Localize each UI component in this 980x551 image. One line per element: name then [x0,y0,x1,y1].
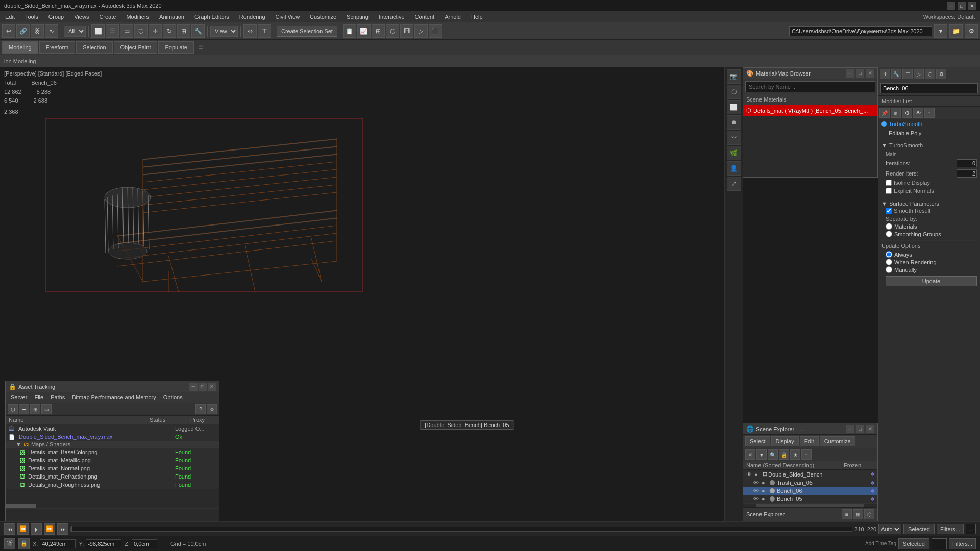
scene-explorer-minimize[interactable]: ─ [846,425,854,433]
tab-selection[interactable]: Selection [76,41,112,54]
create-selection-set-button[interactable]: Create Selection Set [277,26,337,37]
materials-radio[interactable] [886,223,892,230]
at-maps-header[interactable]: ▼ 🗂 Maps / Shaders [6,441,219,448]
at-menu-server[interactable]: Server [8,393,30,402]
path-input[interactable] [789,26,932,36]
explicit-normals-checkbox[interactable] [886,188,892,194]
explore-button[interactable]: 📁 [949,24,963,38]
timeline-track[interactable] [70,527,852,532]
snap-button[interactable]: 🔧 [191,24,205,38]
align-button[interactable]: ⊤ [258,24,271,38]
se-footer-btn3[interactable]: ⬡ [864,509,874,519]
curve-editor-button[interactable]: 📈 [357,24,371,38]
modifier-item-editable-poly[interactable]: Editable Poly [878,129,980,138]
schematic-view-button[interactable]: ⊞ [372,24,385,38]
material-search-input[interactable] [745,81,875,92]
y-coord-input[interactable] [86,539,121,548]
se-footer-btn2[interactable]: ⊞ [853,509,863,519]
side-icon-cylinder[interactable]: ⏺ [727,115,741,130]
rp-display-btn[interactable]: ⬡ [925,69,935,79]
material-browser-close[interactable]: ✕ [866,69,874,78]
modifier-menu-btn[interactable]: ≡ [924,108,935,118]
rectangular-selection-button[interactable]: ▭ [120,24,133,38]
scene-explorer-display-btn[interactable]: Display [771,436,799,446]
show-modifier-btn[interactable]: 👁 [913,108,923,118]
isoline-checkbox[interactable] [886,180,892,186]
se-lock-btn[interactable]: 🔒 [779,449,789,460]
tab-object-paint[interactable]: Object Paint [114,41,158,54]
status-search-input[interactable] [932,538,947,549]
se-item-trash-can[interactable]: 👁 ● Trash_can_05 ❄ [743,479,877,487]
configure-modifier-btn[interactable]: ⚙ [902,108,912,118]
always-radio[interactable] [886,251,892,258]
menu-tools[interactable]: Tools [20,13,43,21]
tab-modeling[interactable]: Modeling [2,41,38,54]
surface-params-header[interactable]: ▼ Surface Parameters [881,199,977,208]
smooth-result-checkbox[interactable] [886,208,892,214]
x-coord-input[interactable] [40,539,76,548]
scene-explorer-close[interactable]: ✕ [866,425,874,433]
delete-modifier-btn[interactable]: 🗑 [891,108,901,118]
side-icon-cube[interactable]: ⬜ [727,100,741,114]
maximize-button[interactable]: □ [958,2,966,10]
at-menu-paths[interactable]: Paths [47,393,68,402]
render-last-button[interactable]: ⬛ [429,24,442,38]
at-help-btn[interactable]: ? [195,404,206,414]
menu-edit[interactable]: Edit [0,13,20,21]
at-close-btn[interactable]: ✕ [208,383,216,391]
menu-rendering[interactable]: Rendering [234,13,271,21]
when-rendering-radio[interactable] [886,259,892,265]
side-icon-sphere[interactable]: ⬡ [727,85,741,99]
menu-graph-editors[interactable]: Graph Editors [189,13,234,21]
mirror-button[interactable]: ⇔ [243,24,257,38]
se-item-bench-06[interactable]: 👁 ● Bench_06 ❄ [743,487,877,495]
play-btn[interactable]: ⏵ [31,523,42,535]
filter-dropdown[interactable]: All [64,26,86,37]
link-button[interactable]: 🔗 [16,24,30,38]
select-button[interactable]: ⬜ [91,24,105,38]
named-selections-button[interactable]: 📋 [343,24,356,38]
tab-freeform[interactable]: Freeform [39,41,76,54]
render-iters-input[interactable] [957,169,977,178]
rp-utilities-btn[interactable]: ⚙ [936,69,946,79]
rotate-button[interactable]: ↻ [163,24,176,38]
at-minimize-btn[interactable]: ─ [189,383,198,391]
se-filter-clear-btn[interactable]: ✕ [745,449,755,460]
options-button[interactable]: ⚙ [965,24,978,38]
side-icon-expand[interactable]: ⤢ [727,177,741,191]
update-button[interactable]: Update [886,276,977,286]
object-name-input[interactable] [880,83,978,93]
at-row-normal[interactable]: 🖼 Details_mat_Normal.png Found [6,464,219,472]
menu-create[interactable]: Create [94,13,121,21]
menu-group[interactable]: Group [43,13,69,21]
at-maximize-btn[interactable]: □ [199,383,207,391]
at-row-refraction[interactable]: 🖼 Details_mat_Refraction.png Found [6,472,219,481]
select-by-name-button[interactable]: ☰ [106,24,119,38]
at-menu-options[interactable]: Options [160,393,186,402]
render-frame-button[interactable]: ▷ [414,24,428,38]
manually-radio[interactable] [886,266,892,273]
at-row-roughness[interactable]: 🖼 Details_mat_Roughness.png Found [6,481,219,489]
filters-btn[interactable]: Filters... [937,524,964,534]
tab-more-button[interactable]: ≡ [195,42,207,53]
at-row-max-file[interactable]: 📄 Double_Sided_Bench_max_vray.max Ok [6,433,219,441]
se-item-double-sided-bench[interactable]: 👁 ● ⊞ Double_Sided_Bench ❄ [743,470,877,479]
rp-modify-btn[interactable]: 🔧 [891,69,901,79]
se-scrollbar[interactable] [743,503,877,507]
at-tb-btn4[interactable]: ▭ [41,404,52,414]
at-menu-bitmap[interactable]: Bitmap Performance and Memory [69,393,159,402]
at-scrollbar[interactable] [6,504,219,508]
se-layers-btn[interactable]: ≡ [801,449,812,460]
scene-explorer-select-btn[interactable]: Select [745,436,770,446]
auto-select[interactable]: Auto [878,524,901,534]
tab-populate[interactable]: Populate [158,41,193,54]
side-icon-figure[interactable]: 👤 [727,161,741,176]
at-row-vault[interactable]: 🏛 Autodesk Vault Logged O... [6,424,219,433]
menu-scripting[interactable]: Scripting [341,13,374,21]
minimize-button[interactable]: ─ [947,2,955,10]
scene-materials-header[interactable]: Scene Materials [743,94,877,105]
go-to-start-btn[interactable]: ⏮ [4,523,15,535]
status-filters-btn[interactable]: Filters... [949,538,976,549]
set-k-input[interactable] [966,524,976,534]
next-frame-btn[interactable]: ⏩ [44,523,55,535]
